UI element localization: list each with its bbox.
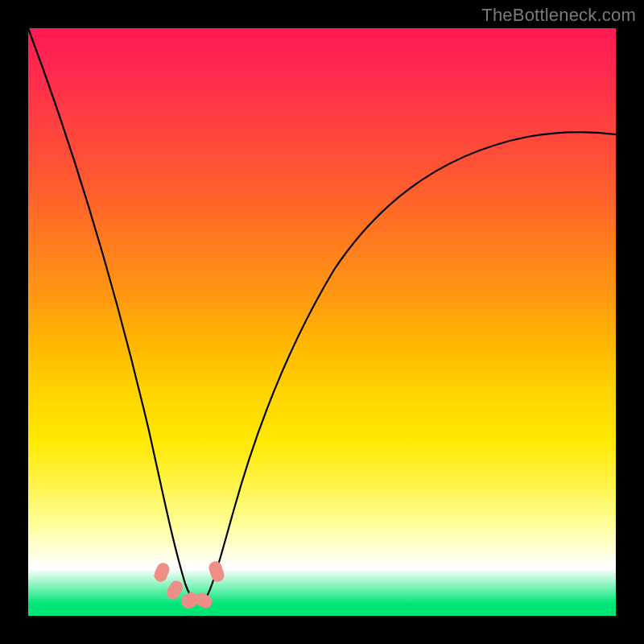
curve-svg <box>28 28 616 616</box>
watermark-text: TheBottleneck.com <box>481 5 636 26</box>
marker-group <box>152 559 226 611</box>
chart-frame: TheBottleneck.com <box>0 0 644 644</box>
curve-marker <box>164 579 185 602</box>
curve-marker <box>192 591 214 611</box>
bottleneck-curve-path <box>28 28 616 603</box>
curve-marker <box>207 559 225 584</box>
plot-area <box>28 28 616 616</box>
curve-marker <box>152 561 171 584</box>
